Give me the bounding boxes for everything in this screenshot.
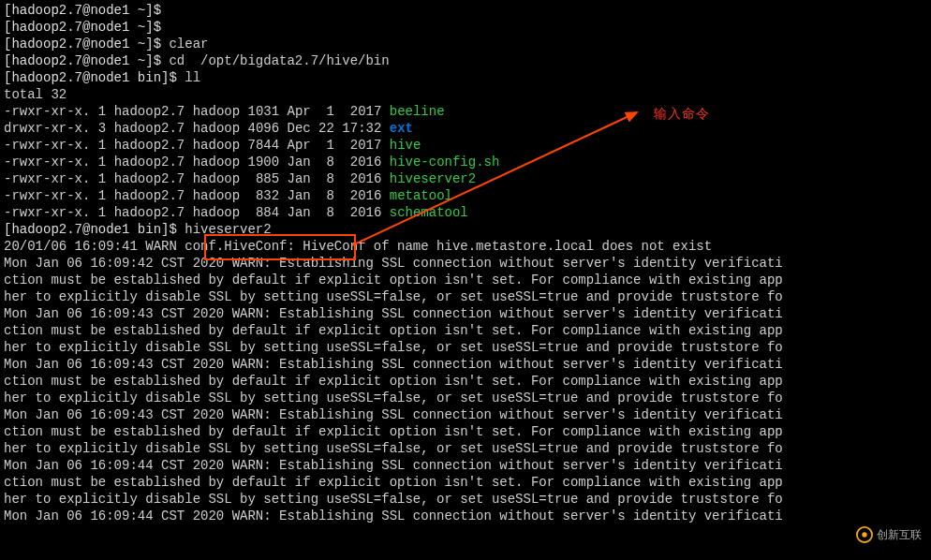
logo-icon — [856, 526, 873, 543]
log-line: ction must be established by default if … — [4, 374, 783, 405]
log-line: ction must be established by default if … — [4, 424, 783, 456]
prompt-line: [hadoop2.7@node1 bin]$ ll — [4, 70, 200, 85]
prompt-line: [hadoop2.7@node1 bin]$ hiveserver2 — [4, 222, 272, 237]
ls-row: -rwxr-xr-x. 1 hadoop2.7 hadoop 1900 Jan … — [4, 155, 499, 169]
prompt-line: [hadoop2.7@node1 ~]$ — [4, 20, 169, 35]
log-line: Mon Jan 06 16:09:44 CST 2020 WARN: Estab… — [4, 508, 783, 523]
log-line: ction must be established by default if … — [4, 475, 783, 507]
dir-ext: ext — [390, 121, 413, 136]
terminal-output[interactable]: [hadoop2.7@node1 ~]$ [hadoop2.7@node1 ~]… — [0, 0, 931, 526]
svg-point-1 — [857, 527, 872, 542]
log-line: Mon Jan 06 16:09:44 CST 2020 WARN: Estab… — [4, 458, 783, 473]
ls-row: -rwxr-xr-x. 1 hadoop2.7 hadoop 1031 Apr … — [4, 104, 445, 119]
file-hiveserver2: hiveserver2 — [390, 171, 476, 186]
typed-command[interactable]: hiveserver2 — [177, 222, 272, 237]
file-metatool: metatool — [390, 188, 452, 203]
ls-row: -rwxr-xr-x. 1 hadoop2.7 hadoop 884 Jan 8… — [4, 205, 468, 220]
prompt-line: [hadoop2.7@node1 ~]$ clear — [4, 37, 208, 52]
ls-row: drwxr-xr-x. 3 hadoop2.7 hadoop 4096 Dec … — [4, 121, 413, 136]
svg-point-2 — [862, 532, 866, 537]
file-beeline: beeline — [390, 104, 445, 119]
prompt-line: [hadoop2.7@node1 ~]$ — [4, 3, 169, 18]
log-line: ction must be established by default if … — [4, 273, 783, 304]
log-line: Mon Jan 06 16:09:42 CST 2020 WARN: Estab… — [4, 256, 783, 271]
log-line: Mon Jan 06 16:09:43 CST 2020 WARN: Estab… — [4, 306, 783, 321]
log-line: Mon Jan 06 16:09:43 CST 2020 WARN: Estab… — [4, 407, 783, 422]
watermark-text: 创新互联 — [877, 526, 922, 543]
log-line: Mon Jan 06 16:09:43 CST 2020 WARN: Estab… — [4, 357, 783, 372]
file-hive-config: hive-config.sh — [390, 155, 500, 169]
ls-row: -rwxr-xr-x. 1 hadoop2.7 hadoop 885 Jan 8… — [4, 171, 476, 186]
prompt-line: [hadoop2.7@node1 ~]$ cd /opt/bigdata2.7/… — [4, 53, 390, 68]
log-line: 20/01/06 16:09:41 WARN conf.HiveConf: Hi… — [4, 239, 712, 254]
file-hive: hive — [390, 138, 421, 153]
ls-row: -rwxr-xr-x. 1 hadoop2.7 hadoop 7844 Apr … — [4, 138, 421, 153]
ls-row: -rwxr-xr-x. 1 hadoop2.7 hadoop 832 Jan 8… — [4, 188, 452, 203]
file-schematool: schematool — [390, 205, 468, 220]
watermark: 创新互联 — [856, 526, 922, 543]
log-line: ction must be established by default if … — [4, 323, 783, 355]
total-line: total 32 — [4, 87, 66, 102]
